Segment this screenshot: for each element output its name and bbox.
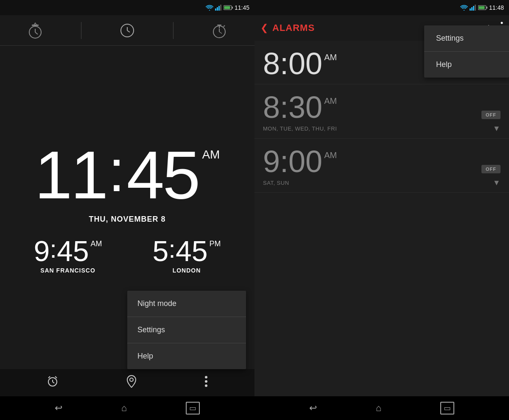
main-minute: 45 <box>126 141 199 209</box>
left-status-time: 11:45 <box>235 4 249 11</box>
sf-city: SAN FRANCISCO <box>40 267 95 274</box>
settings-menu-item-right[interactable]: Settings <box>424 25 509 52</box>
alarm-2-minute: 00 <box>288 146 322 177</box>
nav-divider-1 <box>81 22 81 39</box>
london-time: 5 : 45 PM <box>152 236 221 265</box>
svg-line-22 <box>53 382 54 383</box>
battery-icon <box>224 5 233 10</box>
alarm-tab-icon[interactable] <box>47 375 59 390</box>
right-wifi-icon <box>460 5 468 11</box>
clock-nav-icon[interactable] <box>120 23 135 38</box>
home-button-left[interactable]: ⌂ <box>121 403 127 414</box>
main-time-display: 11 : 45 AM <box>35 141 220 209</box>
svg-rect-35 <box>487 7 487 9</box>
alarm-0-colon: : <box>280 48 288 79</box>
sf-hour: 9 <box>34 236 50 265</box>
svg-line-13 <box>127 31 130 32</box>
alarm-2-expand[interactable]: ▼ <box>493 178 501 187</box>
alarm-1-expand[interactable]: ▼ <box>493 124 501 133</box>
back-button-right[interactable]: ↩ <box>309 403 317 414</box>
context-menu-right: Settings Help <box>424 25 509 78</box>
alarm-item-2[interactable]: 9 : 00 AM OFF SAT, SUN ▼ <box>255 139 509 193</box>
svg-line-10 <box>35 32 38 34</box>
right-signal-icon <box>470 5 476 11</box>
svg-point-28 <box>205 384 207 387</box>
night-mode-menu-item[interactable]: Night mode <box>127 291 246 317</box>
svg-rect-31 <box>473 6 474 11</box>
svg-rect-7 <box>32 25 39 26</box>
left-status-bar: 11:45 <box>0 0 255 15</box>
main-colon: : <box>109 141 125 200</box>
sf-minute: 45 <box>57 236 89 265</box>
svg-rect-6 <box>232 7 233 9</box>
left-panel: 11:45 <box>0 0 255 420</box>
top-nav <box>0 15 255 46</box>
svg-line-19 <box>219 32 222 33</box>
alarm-time-2: 9 : 00 AM <box>263 146 337 177</box>
svg-point-26 <box>205 376 207 378</box>
location-tab-icon[interactable] <box>127 375 136 390</box>
alarm-time-1: 8 : 30 AM <box>263 92 337 122</box>
svg-rect-34 <box>478 6 484 9</box>
alarm-time-0: 8 : 00 AM <box>263 48 337 79</box>
alarm-1-minute: 30 <box>288 92 322 122</box>
sf-ampm: AM <box>91 240 102 248</box>
recent-button-left[interactable]: ▭ <box>186 402 200 414</box>
svg-point-25 <box>130 378 133 381</box>
alarm-item-1[interactable]: 8 : 30 AM OFF MON, TUE, WED, THU, FRI ▼ <box>255 84 509 139</box>
help-menu-item-right[interactable]: Help <box>424 52 509 78</box>
recent-button-right[interactable]: ▭ <box>440 402 454 414</box>
right-nav-bar: ↩ ⌂ ▭ <box>255 396 509 420</box>
world-clock-london: 5 : 45 PM LONDON <box>152 236 221 274</box>
svg-point-27 <box>205 380 207 383</box>
nav-divider-2 <box>173 22 173 39</box>
alarm-2-ampm: AM <box>324 150 337 160</box>
alarm-0-ampm: AM <box>324 53 337 62</box>
london-minute: 45 <box>176 236 208 265</box>
svg-rect-30 <box>471 7 473 11</box>
left-status-icons: 11:45 <box>206 4 249 11</box>
more-menu-icon[interactable] <box>204 375 208 390</box>
help-menu-item-left[interactable]: Help <box>127 343 246 369</box>
right-status-icons: 11:48 <box>460 4 504 11</box>
alarm-0-hour: 8 <box>263 48 280 79</box>
london-city: LONDON <box>173 267 201 274</box>
wifi-icon <box>206 5 213 11</box>
alarm-time-row-1: 8 : 30 AM OFF <box>263 92 501 122</box>
context-menu-left: Night mode Settings Help <box>127 291 246 369</box>
svg-line-17 <box>224 25 225 27</box>
svg-rect-0 <box>215 8 216 11</box>
main-date: THU, NOVEMBER 8 <box>89 215 165 224</box>
alarm-1-colon: : <box>280 92 288 122</box>
alarm-time-row-2: 9 : 00 AM OFF <box>263 146 501 177</box>
sf-time: 9 : 45 AM <box>34 236 102 265</box>
alarm-1-hour: 8 <box>263 92 280 122</box>
alarm-1-ampm: AM <box>324 96 337 106</box>
london-hour: 5 <box>152 236 168 265</box>
alarms-back-button[interactable]: ❮ <box>260 22 268 33</box>
right-battery-icon <box>478 5 487 10</box>
right-panel: 11:48 ❮ ALARMS + 8 : 00 AM <box>255 0 509 420</box>
london-colon: : <box>168 236 176 262</box>
bottom-toolbar <box>0 369 255 396</box>
alarm-2-toggle[interactable]: OFF <box>481 165 501 173</box>
svg-point-36 <box>501 22 503 24</box>
back-button-left[interactable]: ↩ <box>55 403 62 414</box>
stopwatch-nav-icon[interactable] <box>212 22 227 39</box>
svg-rect-5 <box>224 6 230 9</box>
settings-menu-item-left[interactable]: Settings <box>127 317 246 343</box>
svg-rect-32 <box>475 5 476 11</box>
timer-nav-icon[interactable] <box>28 22 43 39</box>
svg-rect-29 <box>470 8 471 11</box>
right-status-bar: 11:48 <box>255 0 509 15</box>
alarm-1-toggle[interactable]: OFF <box>481 111 501 119</box>
alarm-1-days: MON, TUE, WED, THU, FRI ▼ <box>263 124 501 133</box>
svg-rect-2 <box>218 6 220 11</box>
svg-rect-1 <box>217 7 218 11</box>
main-ampm: AM <box>202 149 220 161</box>
svg-line-23 <box>48 376 50 378</box>
svg-line-24 <box>55 376 57 378</box>
alarms-list: 8 : 00 AM 8 : 30 AM OFF MON, TUE, WED, T… <box>255 41 509 396</box>
home-button-right[interactable]: ⌂ <box>376 403 381 414</box>
alarm-0-minute: 00 <box>288 48 322 79</box>
